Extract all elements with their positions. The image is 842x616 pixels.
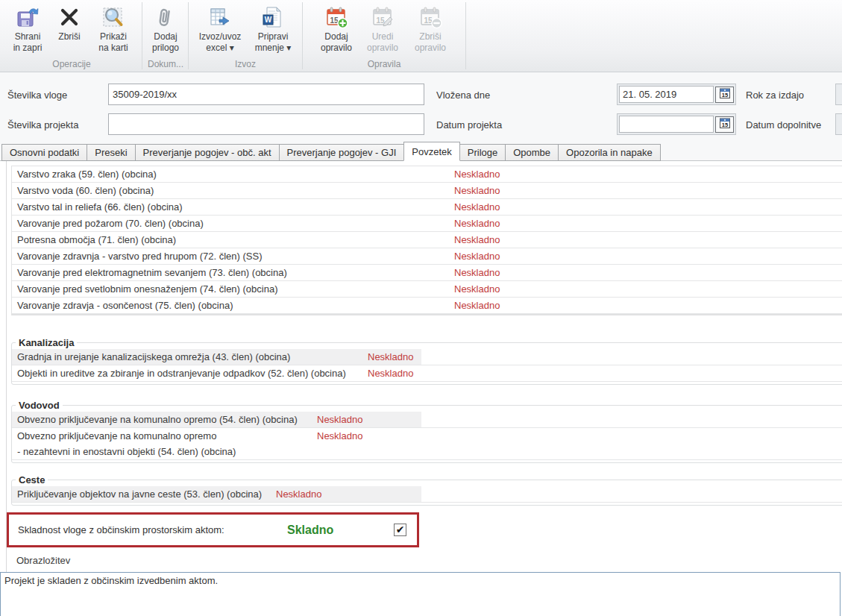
tab-preverjanje-pogojev-obc-akt[interactable]: Preverjanje pogojev - obč. akt xyxy=(135,144,280,161)
datum-projekta-input[interactable] xyxy=(619,116,714,133)
item-status: Neskladno xyxy=(368,349,413,365)
excel-icon xyxy=(208,5,232,29)
delete-task-button: 15 Zbriši opravilo xyxy=(407,4,453,54)
explanation-textarea[interactable]: Projekt je skladen z občinskim izvedbeni… xyxy=(0,572,841,616)
tab-panel-povzetek: Varstvo zraka (59. člen) (obcina)Nesklad… xyxy=(0,161,842,616)
button-label: Zbriši xyxy=(58,31,80,43)
excel-import-export-button[interactable]: Izvoz/uvoz excel ▾ xyxy=(193,4,247,54)
list-item[interactable]: Objekti in ureditve za zbiranje in odstr… xyxy=(12,365,842,382)
list-item[interactable]: Varovanje zdravnja - varstvo pred hrupom… xyxy=(12,248,842,265)
compliance-status-value: Skladno xyxy=(287,524,333,537)
list-item[interactable]: Varstvo zraka (59. člen) (obcina)Nesklad… xyxy=(12,166,842,183)
calendar-icon: 15 xyxy=(719,87,731,101)
group-label: Operacije xyxy=(3,59,140,69)
svg-text:15: 15 xyxy=(376,16,385,25)
tab-preverjanje-pogojev-gji[interactable]: Preverjanje pogojev - GJI xyxy=(279,144,405,161)
section-title: Vodovod xyxy=(16,400,63,411)
stevilka-vloge-input[interactable] xyxy=(108,84,424,105)
compliance-label: Skladnost vloge z občinskim prostorskim … xyxy=(18,524,224,535)
item-label: Gradnja in urejanje kanalizacijskega omr… xyxy=(17,349,290,365)
add-task-icon: 15 xyxy=(324,5,348,29)
list-item[interactable]: Varovanje pred elektromagnetnim sevanjem… xyxy=(12,265,842,281)
item-label: Obvezno priključevanje na komunalno opre… xyxy=(17,412,298,427)
save-close-button[interactable]: Shrani in zapri xyxy=(7,4,48,54)
item-label: Varovanje pred elektromagnetnim sevanjem… xyxy=(17,265,287,280)
list-item[interactable]: Varovanje zdravja - osončenost (75. člen… xyxy=(12,298,842,314)
svg-text:15: 15 xyxy=(721,122,727,128)
add-attachment-button[interactable]: Dodaj prilogo xyxy=(145,4,186,54)
field-label-vlozena-dne: Vložena dne xyxy=(436,89,490,101)
button-label: Dodaj prilogo xyxy=(152,31,179,54)
calendar-button[interactable]: 15 xyxy=(715,116,734,133)
list-item[interactable]: Varovanje pred požarom (70. člen) (obcin… xyxy=(12,216,842,232)
edit-task-button: 15 Uredi opravilo xyxy=(359,4,406,54)
item-label: Potresna območja (71. člen) (obcina) xyxy=(17,232,176,248)
vlozena-dne-datepicker: 15 xyxy=(617,84,736,105)
checkmark-icon: ✔ xyxy=(396,524,405,535)
prepare-opinion-button[interactable]: W Pripravi mnenje ▾ xyxy=(248,4,298,54)
summary-list: Varstvo zraka (59. člen) (obcina)Nesklad… xyxy=(11,166,842,315)
toolbar-group-izvoz: Izvoz/uvoz excel ▾ W Pripravi mnenje ▾ xyxy=(189,0,301,72)
section-rows: Gradnja in urejanje kanalizacijskega omr… xyxy=(12,349,842,382)
item-status: Neskladno xyxy=(454,265,500,280)
group-separator xyxy=(188,2,189,69)
list-item[interactable]: Priključevanje objektov na javne ceste (… xyxy=(12,486,842,503)
list-item[interactable]: Potresna območja (71. člen) (obcina)Nesk… xyxy=(12,232,842,248)
list-item[interactable]: Varstvo tal in reliefa (66. člen) (obcin… xyxy=(12,199,842,216)
save-icon xyxy=(16,5,40,29)
item-label: Varstvo zraka (59. člen) (obcina) xyxy=(17,166,157,182)
delete-button[interactable]: Zbriši xyxy=(50,4,89,54)
item-label: Varovanje zdravja - osončenost (75. člen… xyxy=(17,298,233,313)
application-window: Shrani in zapri Zbriši xyxy=(0,0,842,616)
tab-preseki[interactable]: Preseki xyxy=(87,144,135,161)
button-label: Uredi opravilo xyxy=(367,31,398,54)
item-status: Neskladno xyxy=(454,298,500,313)
calendar-button[interactable]: 15 xyxy=(715,87,734,103)
add-task-button[interactable]: 15 Dodaj opravilo xyxy=(315,4,358,54)
list-item[interactable]: Varovanje pred svetlobnim onesnaženjem (… xyxy=(12,281,842,298)
tab-povzetek[interactable]: Povzetek xyxy=(403,142,459,161)
svg-text:15: 15 xyxy=(721,92,727,98)
section-rows: Priključevanje objektov na javne ceste (… xyxy=(12,486,842,503)
compliance-checkbox[interactable]: ✔ xyxy=(394,524,406,536)
vlozena-dne-input[interactable] xyxy=(619,86,714,103)
delete-task-icon: 15 xyxy=(418,5,442,29)
calendar-icon: 15 xyxy=(719,117,731,131)
item-status: Neskladno xyxy=(317,428,362,444)
button-label: Dodaj opravilo xyxy=(321,31,352,54)
section-title: Kanalizacija xyxy=(16,337,77,348)
list-item[interactable]: Obvezno priključevanje na komunalno opre… xyxy=(12,428,842,460)
tab-osnovni-podatki[interactable]: Osnovni podatki xyxy=(1,144,87,161)
item-status: Neskladno xyxy=(454,248,500,264)
stevilka-projekta-input[interactable] xyxy=(108,113,424,135)
item-status: Neskladno xyxy=(454,199,500,215)
group-separator xyxy=(302,2,303,69)
tab-priloge[interactable]: Priloge xyxy=(459,144,506,161)
toolbar-group-operacije: Shrani in zapri Zbriši xyxy=(3,0,140,72)
list-item[interactable]: Varstvo voda (60. člen) (obcina)Neskladn… xyxy=(12,183,842,199)
item-status: Neskladno xyxy=(317,412,362,427)
svg-text:W: W xyxy=(265,16,272,24)
toolbar-group-opravila: 15 Dodaj opravilo 15 xyxy=(304,0,465,72)
tab-opombe[interactable]: Opombe xyxy=(505,144,559,161)
show-on-map-button[interactable]: Prikaži na karti xyxy=(90,4,136,54)
panel-left-border xyxy=(6,160,7,572)
date-field-cutoff xyxy=(835,113,842,135)
group-separator xyxy=(465,2,466,69)
map-search-icon xyxy=(101,5,125,29)
item-status: Neskladno xyxy=(368,365,413,381)
section-vodovod: Vodovod Obvezno priključevanje na komuna… xyxy=(11,400,842,463)
tab-opozorila-in-napake[interactable]: Opozorila in napake xyxy=(558,144,661,161)
list-item[interactable]: Gradnja in urejanje kanalizacijskega omr… xyxy=(12,349,842,365)
tab-strip: Osnovni podatki Preseki Preverjanje pogo… xyxy=(1,142,660,161)
field-label-rok-za-izdajo: Rok za izdajo xyxy=(746,89,804,101)
item-label: Obvezno priključevanje na komunalno opre… xyxy=(17,428,236,459)
section-ceste: Ceste Priključevanje objektov na javne c… xyxy=(11,474,842,506)
group-label: Dokum... xyxy=(143,59,188,69)
button-label: Izvoz/uvoz excel ▾ xyxy=(199,31,242,54)
delete-icon xyxy=(57,5,81,29)
edit-task-icon: 15 xyxy=(371,5,395,29)
list-item[interactable]: Obvezno priključevanje na komunalno opre… xyxy=(12,412,842,428)
field-label-datum-projekta: Datum projekta xyxy=(436,119,502,131)
datum-projekta-datepicker: 15 xyxy=(617,113,736,135)
